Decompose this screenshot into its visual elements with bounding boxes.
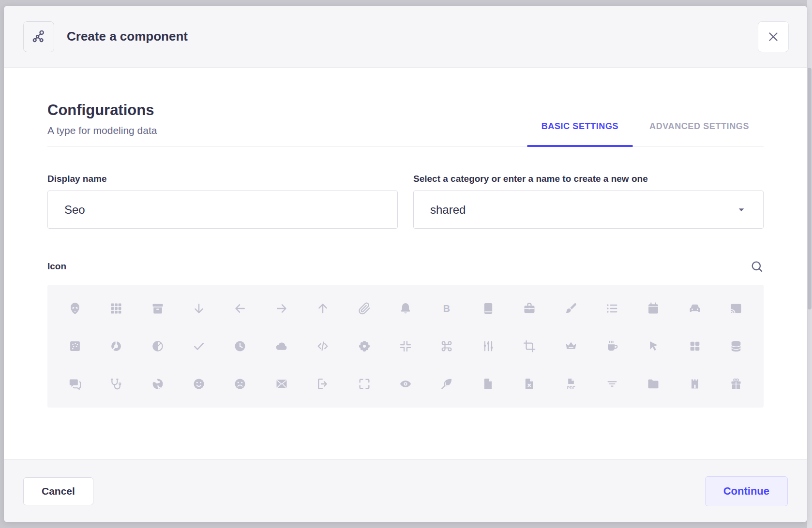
filter-icon[interactable] xyxy=(591,365,632,403)
category-selected-value: shared xyxy=(430,203,466,217)
apps-icon[interactable] xyxy=(95,290,136,327)
code-icon[interactable] xyxy=(302,327,343,365)
create-component-dialog: Create a component Configurations A type… xyxy=(4,6,807,522)
svg-text:PDF: PDF xyxy=(567,385,575,390)
arrow-right-icon[interactable] xyxy=(261,290,302,327)
bullet-list-icon[interactable] xyxy=(591,290,632,327)
dialog-header: Create a component xyxy=(4,6,807,68)
arrow-up-icon[interactable] xyxy=(302,290,343,327)
cancel-button[interactable]: Cancel xyxy=(23,477,93,505)
dialog-body: Configurations A type for modeling data … xyxy=(4,68,807,459)
car-icon[interactable] xyxy=(674,290,715,327)
feather-icon[interactable] xyxy=(426,365,467,403)
eye-icon[interactable] xyxy=(385,365,426,403)
cog-icon[interactable] xyxy=(344,327,385,365)
stethoscope-icon[interactable] xyxy=(95,365,136,403)
chart-pie-icon[interactable] xyxy=(137,327,178,365)
attachment-icon[interactable] xyxy=(344,290,385,327)
crop-icon[interactable] xyxy=(509,327,550,365)
gift-icon[interactable] xyxy=(716,365,757,403)
continue-button[interactable]: Continue xyxy=(705,476,788,506)
form-row: Display name Select a category or enter … xyxy=(47,174,764,229)
file-error-icon[interactable] xyxy=(509,365,550,403)
bell-icon[interactable] xyxy=(385,290,426,327)
file-icon[interactable] xyxy=(467,365,509,403)
tab-basic-settings[interactable]: BASIC SETTINGS xyxy=(527,121,633,146)
section-head: Configurations A type for modeling data … xyxy=(47,102,764,147)
clock-icon[interactable] xyxy=(220,327,261,365)
tab-advanced-settings[interactable]: ADVANCED SETTINGS xyxy=(635,121,764,146)
captcha-icon[interactable] xyxy=(54,327,95,365)
section-heading: Configurations xyxy=(47,102,157,119)
close-button[interactable] xyxy=(758,21,789,52)
cast-icon[interactable] xyxy=(716,290,757,327)
arrow-down-icon[interactable] xyxy=(178,290,219,327)
dialog-title: Create a component xyxy=(67,29,188,44)
chevron-down-icon xyxy=(736,205,747,215)
display-name-label: Display name xyxy=(47,174,398,184)
cloud-icon[interactable] xyxy=(261,327,302,365)
page-scrollbar[interactable] xyxy=(807,0,812,528)
cursor-icon[interactable] xyxy=(633,327,674,365)
close-icon xyxy=(766,29,781,44)
emoji-sad-icon[interactable] xyxy=(220,365,261,403)
display-name-field-group: Display name xyxy=(47,174,398,229)
component-icon xyxy=(23,21,54,52)
chat-icon[interactable] xyxy=(54,365,95,403)
icon-grid: BPDF xyxy=(47,285,764,408)
briefcase-icon[interactable] xyxy=(509,290,550,327)
section-titles: Configurations A type for modeling data xyxy=(47,102,157,146)
sliders-icon[interactable] xyxy=(467,327,509,365)
envelope-icon[interactable] xyxy=(261,365,302,403)
category-select[interactable]: shared xyxy=(413,191,764,229)
castle-icon[interactable] xyxy=(674,365,715,403)
scrollbar-thumb[interactable] xyxy=(808,68,812,309)
book-icon[interactable] xyxy=(467,290,509,327)
collapse-icon[interactable] xyxy=(385,327,426,365)
category-label: Select a category or enter a name to cre… xyxy=(413,174,764,184)
emoji-happy-icon[interactable] xyxy=(178,365,219,403)
chart-donut-icon[interactable] xyxy=(95,327,136,365)
calendar-icon[interactable] xyxy=(633,290,674,327)
svg-text:B: B xyxy=(443,303,450,314)
section-subheading: A type for modeling data xyxy=(47,125,157,136)
globe-icon[interactable] xyxy=(137,365,178,403)
icon-picker-section: Icon BPDF xyxy=(47,260,764,408)
brush-icon[interactable] xyxy=(550,290,591,327)
database-icon[interactable] xyxy=(716,327,757,365)
folder-icon[interactable] xyxy=(633,365,674,403)
check-icon[interactable] xyxy=(178,327,219,365)
search-icon[interactable] xyxy=(750,260,764,273)
icon-label: Icon xyxy=(47,261,66,272)
bold-icon[interactable]: B xyxy=(426,290,467,327)
arrow-left-icon[interactable] xyxy=(220,290,261,327)
crown-icon[interactable] xyxy=(550,327,591,365)
archive-icon[interactable] xyxy=(137,290,178,327)
dashboard-icon[interactable] xyxy=(674,327,715,365)
command-icon[interactable] xyxy=(426,327,467,365)
file-pdf-icon[interactable]: PDF xyxy=(550,365,591,403)
category-field-group: Select a category or enter a name to cre… xyxy=(413,174,764,229)
expand-icon[interactable] xyxy=(344,365,385,403)
exit-icon[interactable] xyxy=(302,365,343,403)
cup-icon[interactable] xyxy=(591,327,632,365)
display-name-input[interactable] xyxy=(47,191,398,229)
dialog-footer: Cancel Continue xyxy=(4,459,807,522)
alien-icon[interactable] xyxy=(54,290,95,327)
settings-tabs: BASIC SETTINGS ADVANCED SETTINGS xyxy=(525,121,764,146)
